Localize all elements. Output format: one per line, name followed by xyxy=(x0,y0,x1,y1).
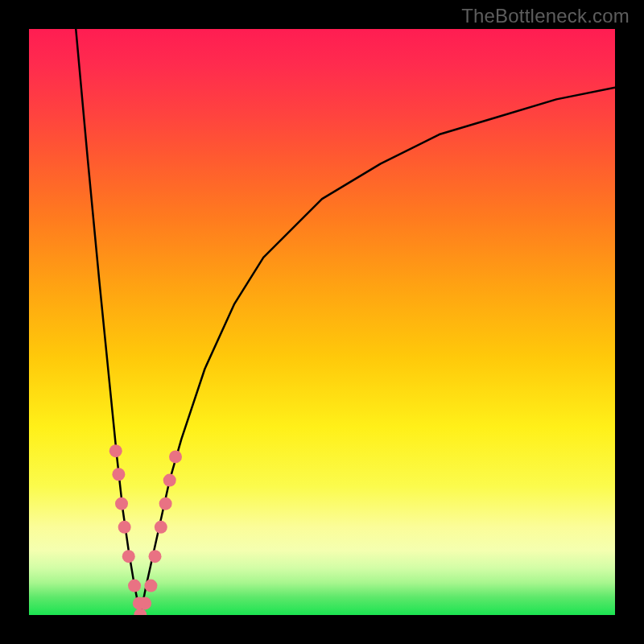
data-point xyxy=(109,444,122,457)
chart-svg xyxy=(29,29,615,615)
data-point xyxy=(155,521,167,534)
chart-frame: TheBottleneck.com xyxy=(0,0,644,644)
data-point xyxy=(138,597,151,609)
data-point xyxy=(115,497,128,510)
watermark-text: TheBottleneck.com xyxy=(461,5,630,27)
plot-area xyxy=(29,29,615,615)
data-point xyxy=(128,580,141,592)
data-point xyxy=(112,468,125,481)
data-point xyxy=(159,497,172,510)
data-point xyxy=(122,550,135,563)
data-point xyxy=(149,550,162,563)
data-point xyxy=(144,580,157,592)
data-point xyxy=(169,450,182,463)
data-point xyxy=(118,521,131,534)
curve-right-branch xyxy=(140,88,615,615)
data-point xyxy=(163,474,176,487)
